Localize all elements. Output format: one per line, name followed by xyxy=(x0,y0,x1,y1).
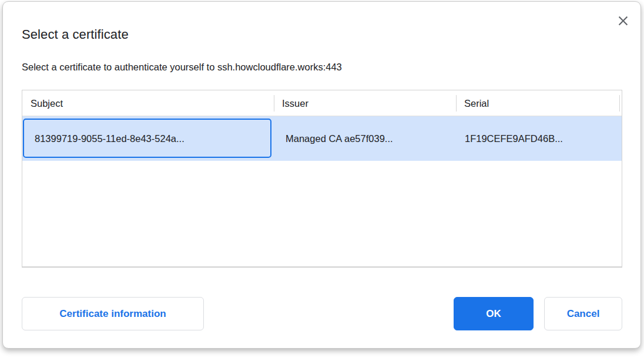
column-header-subject[interactable]: Subject xyxy=(22,90,274,116)
certificate-table: Subject Issuer Serial 81399719-9055-11ed… xyxy=(22,90,622,268)
column-divider xyxy=(456,95,457,112)
column-header-serial[interactable]: Serial xyxy=(456,90,619,116)
table-header-row: Subject Issuer Serial xyxy=(22,90,622,116)
certificate-information-button[interactable]: Certificate information xyxy=(22,297,204,330)
column-divider xyxy=(274,95,274,112)
close-icon[interactable] xyxy=(615,13,630,28)
dialog-title: Select a certificate xyxy=(22,27,129,42)
cancel-button[interactable]: Cancel xyxy=(544,297,622,330)
column-header-issuer[interactable]: Issuer xyxy=(274,90,456,116)
cell-subject[interactable]: 81399719-9055-11ed-8e43-524a... xyxy=(22,116,274,161)
certificate-select-dialog: Select a certificate Select a certificat… xyxy=(2,1,641,349)
cell-issuer[interactable]: Managed CA ae57f039... xyxy=(274,116,456,161)
column-divider xyxy=(619,95,620,112)
cell-serial[interactable]: 1F19CEFE9AFD46B... xyxy=(456,116,619,161)
table-row-certificate-selected[interactable]: 81399719-9055-11ed-8e43-524a... Managed … xyxy=(22,116,622,161)
ok-button[interactable]: OK xyxy=(454,297,534,330)
dialog-subtitle: Select a certificate to authenticate you… xyxy=(22,62,342,73)
close-icon-glyph xyxy=(618,16,628,26)
